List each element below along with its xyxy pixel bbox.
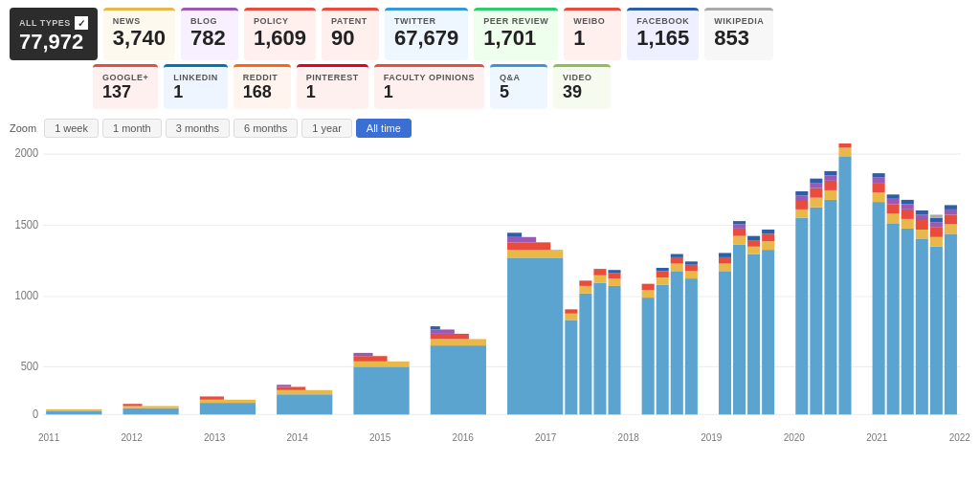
- card-reddit[interactable]: REDDIT 168: [234, 64, 291, 109]
- x-label-2022: 2022: [949, 432, 970, 443]
- card-policy-count: 1,609: [254, 26, 306, 51]
- card-faculty-count: 1: [384, 82, 475, 103]
- card-faculty[interactable]: FACULTY OPINIONS 1: [374, 64, 484, 109]
- x-label-2018: 2018: [618, 432, 639, 443]
- zoom-label: Zoom: [10, 122, 36, 134]
- svg-rect-101: [873, 183, 885, 192]
- svg-rect-45: [608, 286, 620, 414]
- svg-rect-33: [507, 242, 550, 250]
- card-all-types[interactable]: ALL TYPES 77,972: [10, 8, 98, 60]
- svg-rect-27: [431, 339, 486, 345]
- svg-rect-76: [747, 236, 760, 240]
- svg-rect-118: [916, 210, 928, 214]
- card-googleplus[interactable]: GOOGLE+ 137: [93, 64, 158, 109]
- card-patent-count: 90: [331, 26, 369, 51]
- card-linkedin[interactable]: LINKEDIN 1: [164, 64, 228, 109]
- card-video[interactable]: VIDEO 39: [553, 64, 611, 109]
- card-linkedin-label: LINKEDIN: [173, 73, 218, 82]
- svg-rect-52: [657, 285, 669, 415]
- svg-rect-19: [277, 390, 332, 394]
- svg-text:1500: 1500: [15, 217, 39, 231]
- svg-rect-61: [685, 271, 698, 278]
- card-blog[interactable]: BLOG 782: [181, 8, 238, 60]
- card-peer-review[interactable]: PEER REVIEW 1,701: [474, 8, 558, 60]
- svg-rect-49: [642, 298, 655, 414]
- card-news-count: 3,740: [113, 26, 166, 51]
- svg-rect-55: [657, 268, 669, 271]
- svg-text:0: 0: [33, 407, 39, 420]
- svg-rect-23: [353, 362, 409, 367]
- svg-rect-129: [945, 205, 957, 209]
- svg-rect-100: [873, 192, 885, 202]
- svg-rect-128: [945, 209, 957, 215]
- svg-rect-120: [930, 237, 943, 247]
- zoom-1month[interactable]: 1 month: [102, 119, 162, 138]
- svg-rect-69: [733, 236, 746, 245]
- svg-rect-75: [747, 240, 760, 247]
- card-qa-label: Q&A: [500, 73, 538, 82]
- svg-rect-14: [122, 404, 142, 406]
- svg-rect-11: [46, 409, 101, 411]
- svg-rect-28: [431, 334, 469, 340]
- card-blog-label: BLOG: [190, 16, 229, 26]
- svg-rect-29: [431, 329, 455, 333]
- svg-rect-40: [579, 286, 591, 294]
- card-twitter[interactable]: TWITTER 67,679: [385, 8, 468, 60]
- zoom-6months[interactable]: 6 months: [234, 119, 298, 138]
- svg-rect-115: [916, 230, 928, 239]
- svg-rect-123: [930, 218, 943, 222]
- svg-rect-86: [810, 208, 822, 415]
- svg-rect-53: [657, 277, 669, 285]
- card-faculty-label: FACULTY OPINIONS: [384, 73, 475, 82]
- svg-rect-80: [762, 230, 774, 233]
- svg-rect-54: [657, 271, 669, 277]
- svg-rect-37: [565, 314, 577, 320]
- svg-rect-125: [945, 233, 957, 414]
- card-googleplus-label: GOOGLE+: [102, 73, 148, 82]
- card-pinterest-label: PINTEREST: [306, 73, 359, 82]
- zoom-alltime[interactable]: All time: [356, 119, 412, 138]
- card-patent[interactable]: PATENT 90: [322, 8, 379, 60]
- svg-rect-126: [945, 224, 957, 233]
- card-policy[interactable]: POLICY 1,609: [244, 8, 316, 60]
- svg-rect-110: [902, 219, 914, 229]
- card-pinterest[interactable]: PINTEREST 1: [297, 64, 368, 109]
- zoom-1year[interactable]: 1 year: [301, 119, 352, 138]
- svg-rect-34: [507, 237, 536, 243]
- svg-rect-90: [810, 179, 822, 183]
- svg-rect-106: [887, 204, 900, 213]
- svg-rect-35: [507, 232, 522, 236]
- zoom-3months[interactable]: 3 months: [166, 119, 230, 138]
- card-video-count: 39: [563, 82, 601, 103]
- svg-rect-124: [930, 214, 943, 217]
- svg-rect-57: [671, 264, 683, 272]
- svg-rect-31: [507, 258, 563, 414]
- card-facebook-count: 1,165: [636, 26, 689, 51]
- card-all-types-count: 77,972: [19, 30, 88, 55]
- svg-rect-15: [200, 403, 256, 414]
- svg-rect-51: [642, 284, 655, 291]
- card-weibo[interactable]: WEIBO 1: [564, 8, 621, 60]
- card-peer-review-count: 1,701: [483, 26, 548, 51]
- x-label-2012: 2012: [122, 432, 143, 443]
- zoom-1week[interactable]: 1 week: [44, 119, 99, 138]
- card-peer-review-label: PEER REVIEW: [483, 16, 548, 26]
- card-facebook[interactable]: FACEBOOK 1,165: [627, 8, 699, 60]
- svg-rect-82: [795, 209, 808, 218]
- svg-rect-72: [733, 221, 746, 224]
- card-facebook-label: FACEBOOK: [636, 16, 689, 26]
- card-wikipedia[interactable]: WIKIPEDIA 853: [704, 8, 773, 60]
- svg-rect-94: [824, 175, 836, 181]
- svg-rect-22: [353, 366, 409, 414]
- svg-rect-47: [608, 274, 620, 279]
- svg-rect-41: [579, 280, 591, 286]
- svg-rect-12: [122, 408, 178, 415]
- card-linkedin-count: 1: [173, 82, 218, 103]
- card-policy-label: POLICY: [254, 16, 306, 26]
- card-qa[interactable]: Q&A 5: [490, 64, 547, 109]
- svg-rect-121: [930, 228, 943, 237]
- top-bar: ALL TYPES 77,972 NEWS 3,740 BLOG 782 POL…: [0, 0, 980, 64]
- card-news[interactable]: NEWS 3,740: [103, 8, 175, 60]
- svg-rect-43: [593, 276, 606, 283]
- svg-rect-58: [671, 257, 683, 264]
